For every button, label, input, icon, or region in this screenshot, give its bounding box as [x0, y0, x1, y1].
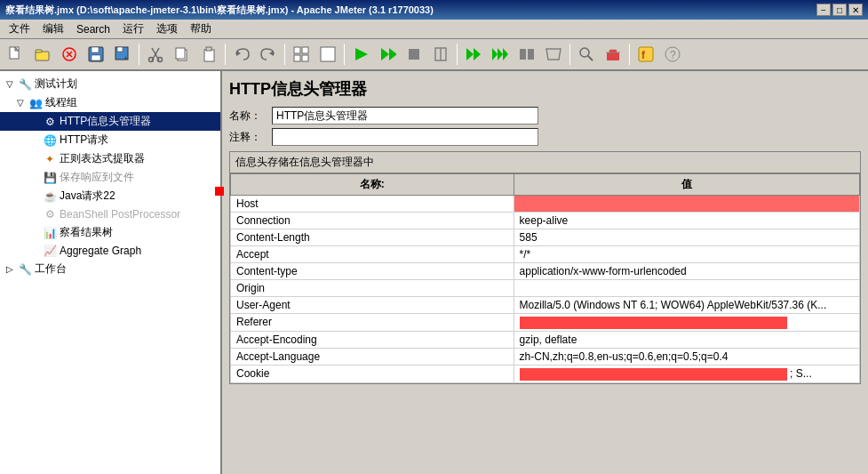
table-row[interactable]: User-AgentMozilla/5.0 (Windows NT 6.1; W… — [231, 297, 860, 314]
aggregate-graph-icon: 📈 — [43, 244, 57, 258]
tree-item-thread-group[interactable]: ▽ 👥 线程组 — [0, 93, 220, 112]
window-controls: − □ ✕ — [816, 4, 863, 16]
tree-item-beanshell[interactable]: ⚙ BeanShell PostProcessor — [0, 205, 220, 223]
help-button[interactable]: ? — [660, 42, 685, 67]
browse-button[interactable] — [574, 42, 599, 67]
remote-stop-button[interactable] — [514, 42, 539, 67]
tree-item-java-request[interactable]: ☕ Java请求22 — [0, 187, 220, 205]
run-no-pause-button[interactable] — [375, 42, 400, 67]
header-value-cell: gzip, deflate — [514, 331, 859, 348]
sep5 — [457, 44, 458, 65]
table-row[interactable]: Accept-Languagezh-CN,zh;q=0.8,en-us;q=0.… — [231, 348, 860, 365]
header-value-cell: */* — [514, 246, 859, 263]
svg-rect-9 — [92, 55, 100, 60]
table-row[interactable]: Origin — [231, 280, 860, 297]
tree-item-aggregate-graph[interactable]: 📈 Aggregate Graph — [0, 242, 220, 260]
expand-icon-beanshell — [28, 208, 41, 221]
tree-item-label: Java请求22 — [60, 189, 115, 204]
header-name-cell: Connection — [231, 213, 514, 229]
remote-shutdown-button[interactable] — [541, 42, 566, 67]
tree-item-http-request[interactable]: 🌐 HTTP请求 — [0, 131, 220, 149]
tree-item-label: 正则表达式提取器 — [60, 151, 145, 166]
undo-button[interactable] — [229, 42, 254, 67]
table-row[interactable]: Connectionkeep-alive — [231, 213, 860, 229]
new-button[interactable] — [4, 42, 28, 67]
tree-item-test-plan[interactable]: ▽ 🔧 测试计划 — [0, 75, 220, 93]
tree-item-workbench[interactable]: ▷ 🔧 工作台 — [0, 260, 220, 278]
menu-file[interactable]: 文件 — [4, 20, 36, 38]
menu-edit[interactable]: 编辑 — [37, 20, 69, 38]
expand-icon-regex — [28, 153, 41, 165]
svg-marker-41 — [546, 49, 561, 60]
expand-icon-http-request — [28, 134, 41, 147]
header-name-cell: Accept — [231, 246, 514, 263]
table-row[interactable]: Accept-Encodinggzip, deflate — [231, 331, 860, 348]
svg-marker-35 — [474, 48, 481, 60]
headers-table: 名称: 值 Host Connectionkeep-aliveContent-L… — [230, 173, 860, 383]
comment-label: 注释： — [229, 130, 265, 145]
svg-rect-40 — [528, 49, 534, 60]
remote-run-nopauses-button[interactable] — [488, 42, 513, 67]
header-name-cell: Accept-Encoding — [231, 331, 514, 348]
sep1 — [139, 44, 139, 65]
header-name-cell: Content-Length — [231, 229, 514, 246]
save-button[interactable] — [84, 42, 108, 67]
header-name-cell: Referer — [231, 314, 514, 332]
svg-rect-26 — [302, 55, 308, 61]
stop-button[interactable] — [402, 42, 426, 67]
svg-rect-23 — [294, 47, 300, 53]
comment-input[interactable] — [272, 128, 538, 146]
svg-rect-18 — [176, 48, 185, 59]
workbench-icon: 🔧 — [18, 262, 32, 277]
table-row[interactable]: Referer — [231, 314, 860, 332]
saveas-button[interactable]: + — [110, 42, 135, 67]
remote-run-button[interactable] — [461, 42, 486, 67]
minimize-button[interactable]: − — [816, 4, 831, 16]
table-row[interactable]: Accept*/* — [231, 246, 860, 263]
clear-all-button[interactable] — [601, 42, 625, 67]
close-button[interactable]: ✕ — [848, 4, 863, 16]
function-helper-button[interactable]: f — [633, 42, 658, 67]
table-row[interactable]: Host — [231, 196, 860, 213]
table-row[interactable]: Content-Length585 — [231, 229, 860, 246]
svg-text:+: + — [123, 54, 128, 62]
expand-button[interactable] — [289, 42, 314, 67]
shutdown-button[interactable] — [428, 42, 453, 67]
close-panel-button[interactable] — [57, 42, 82, 67]
svg-line-43 — [588, 56, 593, 60]
open-button[interactable] — [30, 42, 55, 67]
redo-button[interactable] — [256, 42, 281, 67]
menu-options[interactable]: 选项 — [151, 20, 183, 38]
menu-run[interactable]: 运行 — [117, 20, 149, 38]
copy-button[interactable] — [170, 42, 195, 67]
headers-table-section: 信息头存储在信息头管理器中 名称: 值 Host Connectionkeep-… — [229, 151, 861, 384]
tree-item-regex-extractor[interactable]: ✦ 正则表达式提取器 — [0, 149, 220, 168]
menu-help[interactable]: 帮助 — [185, 20, 217, 38]
tree-item-label: HTTP请求 — [60, 133, 108, 148]
cut-button[interactable] — [143, 42, 168, 67]
table-row[interactable]: Cookie ; S... — [231, 365, 860, 382]
tree-item-http-header[interactable]: ⚙ HTTP信息头管理器 — [0, 112, 220, 131]
menu-search[interactable]: Search — [71, 21, 115, 37]
http-header-icon: ⚙ — [43, 115, 57, 129]
tree-item-label: 测试计划 — [35, 76, 77, 92]
maximize-button[interactable]: □ — [832, 4, 847, 16]
header-value-cell — [514, 196, 859, 213]
sep6 — [569, 44, 570, 65]
collapse-button[interactable] — [315, 42, 340, 67]
svg-marker-21 — [236, 51, 241, 56]
paste-button[interactable] — [196, 42, 221, 67]
tree-item-save-response[interactable]: 💾 保存响应到文件 — [0, 168, 220, 187]
svg-rect-44 — [607, 52, 619, 60]
name-input[interactable] — [272, 107, 538, 125]
header-name-cell: Origin — [231, 280, 514, 297]
svg-marker-36 — [492, 48, 498, 60]
tree-item-label: HTTP信息头管理器 — [60, 114, 151, 129]
run-button[interactable] — [348, 42, 373, 67]
table-row[interactable]: Content-typeapplication/x-www-form-urlen… — [231, 263, 860, 280]
svg-rect-3 — [36, 50, 42, 52]
svg-rect-20 — [206, 47, 211, 51]
header-name-cell: User-Agent — [231, 297, 514, 314]
sep3 — [284, 44, 285, 65]
tree-item-view-results[interactable]: 📊 察看结果树 — [0, 223, 220, 242]
